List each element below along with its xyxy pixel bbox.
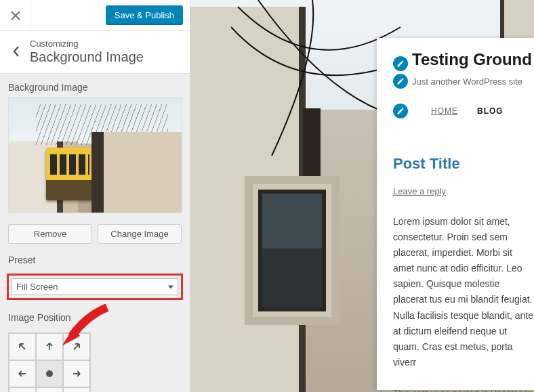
preview-page: Testing Ground Just another WordPress si… bbox=[377, 38, 534, 390]
nav-home[interactable]: HOME bbox=[431, 106, 458, 116]
position-top-left[interactable] bbox=[9, 333, 36, 360]
image-position-grid bbox=[8, 332, 91, 392]
arrow-n-icon bbox=[44, 341, 55, 352]
edit-shortcut-menu[interactable] bbox=[393, 104, 408, 118]
header-eyebrow: Customizing bbox=[30, 39, 144, 49]
pencil-icon bbox=[396, 77, 405, 85]
center-dot-icon bbox=[46, 370, 53, 377]
pencil-icon bbox=[396, 107, 405, 115]
change-image-button[interactable]: Change Image bbox=[98, 224, 182, 244]
arrow-ne-icon bbox=[71, 341, 82, 352]
section-header: Customizing Background Image bbox=[0, 31, 190, 74]
save-publish-button[interactable]: Save & Publish bbox=[106, 5, 183, 25]
preset-highlight-box: Fill Screen bbox=[7, 274, 183, 300]
position-bottom-right[interactable] bbox=[63, 387, 90, 392]
back-button[interactable] bbox=[3, 38, 30, 65]
edit-shortcut-title[interactable] bbox=[393, 56, 408, 71]
position-center[interactable] bbox=[36, 360, 63, 387]
arrow-e-icon bbox=[71, 368, 82, 379]
edit-shortcut-tagline[interactable] bbox=[393, 74, 408, 89]
background-image-label: Background Image bbox=[8, 82, 182, 93]
site-title[interactable]: Testing Ground bbox=[412, 50, 532, 68]
position-top-right[interactable] bbox=[63, 333, 90, 360]
pencil-icon bbox=[396, 60, 405, 68]
header-title: Background Image bbox=[30, 49, 144, 65]
sidebar-top-bar: Save & Publish bbox=[0, 0, 190, 31]
customizer-sidebar: Save & Publish Customizing Background Im… bbox=[0, 0, 190, 392]
image-position-label: Image Position bbox=[8, 312, 182, 323]
close-icon bbox=[11, 11, 20, 20]
preview-nav: HOME BLOG bbox=[393, 104, 534, 118]
position-bottom-left[interactable] bbox=[9, 387, 36, 392]
post-meta: This entry was posted in Uncategor bbox=[393, 388, 534, 392]
background-image-thumbnail[interactable] bbox=[8, 97, 182, 213]
preset-select[interactable]: Fill Screen bbox=[12, 278, 178, 295]
leave-reply-link[interactable]: Leave a reply bbox=[393, 186, 446, 196]
position-left[interactable] bbox=[9, 360, 36, 387]
position-bottom[interactable] bbox=[36, 387, 63, 392]
post-title[interactable]: Post Title bbox=[393, 155, 534, 173]
nav-blog[interactable]: BLOG bbox=[477, 106, 504, 116]
position-right[interactable] bbox=[63, 360, 90, 387]
site-tagline: Just another WordPress site bbox=[412, 77, 522, 87]
chevron-left-icon bbox=[12, 45, 20, 58]
category-link[interactable]: Uncategor bbox=[491, 388, 531, 392]
remove-button[interactable]: Remove bbox=[8, 224, 92, 244]
position-top[interactable] bbox=[36, 333, 63, 360]
live-preview-pane: Testing Ground Just another WordPress si… bbox=[190, 0, 534, 392]
arrow-nw-icon bbox=[17, 341, 28, 352]
site-title-row: Testing Ground bbox=[393, 50, 534, 71]
post-body: Lorem ipsum dolor sit amet, consectetur.… bbox=[393, 214, 534, 370]
preset-label: Preset bbox=[8, 255, 182, 265]
arrow-w-icon bbox=[17, 368, 28, 379]
close-panel-button[interactable] bbox=[0, 0, 31, 31]
